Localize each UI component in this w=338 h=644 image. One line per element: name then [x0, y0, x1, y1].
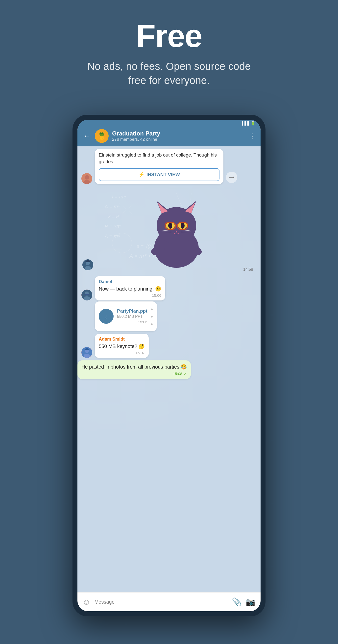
svg-rect-9	[86, 260, 89, 262]
svg-line-38	[162, 232, 171, 232]
daniel-message-meta: 15:06	[99, 293, 161, 298]
math-background: l = πr₂ A = πr² V = l³ P = 2πr A = πr² s…	[97, 186, 256, 275]
file-info: PartyPlan.ppt 550.2 MB PPT 15:06	[117, 308, 147, 324]
article-text: Einstein struggled to find a job out of …	[99, 152, 220, 165]
sticker-time: 14:58	[243, 267, 253, 272]
message-input[interactable]	[94, 596, 228, 608]
svg-marker-26	[158, 203, 168, 213]
instant-view-label: INSTANT VIEW	[146, 172, 180, 177]
group-info: Graduation Party 278 members, 42 online	[112, 130, 245, 142]
svg-point-20	[112, 233, 132, 253]
user-avatar-female	[81, 173, 92, 184]
instant-view-button[interactable]: ⚡ INSTANT VIEW	[99, 168, 220, 181]
status-bar-right: ▐▐▐ 🔋	[240, 121, 256, 126]
file-time: 15:06	[138, 320, 147, 324]
lightning-icon: ⚡	[138, 172, 144, 178]
adam-bubble: Adam Smidt 550 MB keynote? 🤔 15:07	[95, 334, 149, 358]
chat-header: ← 🍍 Graduation Party 278 members, 42 onl…	[77, 126, 261, 146]
message-row-daniel: Daniel Now — back to planning. 😉 15:06	[81, 276, 257, 300]
adam-sender-name: Adam Smidt	[99, 336, 145, 342]
group-avatar: 🍍	[95, 129, 109, 143]
svg-point-32	[181, 223, 185, 228]
avatar-daniel	[81, 290, 92, 300]
sent-message-text: He pasted in photos from all previous pa…	[81, 363, 187, 370]
avatar-placeholder	[81, 173, 92, 184]
phone-outer: ▐▐▐ 🔋 ← 🍍 Graduation Party 278 members, …	[72, 115, 266, 616]
sent-message-time: 15:08	[173, 372, 182, 376]
back-button[interactable]: ←	[82, 131, 91, 141]
svg-text:l = πr₂: l = πr₂	[112, 194, 126, 200]
svg-text:P = 2πr: P = 2πr	[105, 224, 121, 229]
daniel-message-text: Now — back to planning. 😉	[99, 285, 161, 292]
adam-message-time: 15:07	[136, 351, 145, 355]
svg-point-3	[85, 175, 89, 180]
svg-text:🍍: 🍍	[97, 132, 106, 140]
file-message-meta: 15:06	[117, 320, 147, 324]
avatar-adam	[81, 347, 92, 358]
adam-message-meta: 15:07	[99, 351, 145, 355]
svg-text:A = πr²: A = πr²	[104, 204, 120, 209]
more-options-icon[interactable]: ⋮	[249, 132, 256, 140]
adam-message-text: 550 MB keynote? 🤔	[99, 343, 145, 350]
file-size: 550.2 MB PPT	[117, 314, 147, 319]
checkmark-icon: ✓	[184, 371, 187, 376]
message-row-adam: Adam Smidt 550 MB keynote? 🤔 15:07	[81, 334, 257, 358]
group-members: 278 members, 42 online	[112, 137, 245, 142]
phone-mockup: ▐▐▐ 🔋 ← 🍍 Graduation Party 278 members, …	[72, 115, 266, 616]
hero-title: Free	[136, 20, 202, 52]
svg-marker-28	[185, 203, 195, 213]
svg-text:V = l³: V = l³	[107, 214, 119, 219]
status-bar: ▐▐▐ 🔋	[77, 120, 261, 126]
download-button[interactable]: ↓	[99, 309, 114, 324]
camera-button[interactable]: 📷	[246, 597, 256, 606]
hero-subtitle: No ads, no fees. Open source code free f…	[82, 60, 256, 88]
input-bar: ☺ 📎 📷	[77, 592, 261, 611]
hero-section: Free No ads, no fees. Open source code f…	[0, 0, 338, 102]
article-message-row: Einstein struggled to find a job out of …	[81, 149, 257, 184]
message-row-sent: He pasted in photos from all previous pa…	[77, 360, 257, 379]
svg-line-40	[181, 232, 191, 232]
sent-message-meta: 15:08 ✓	[81, 371, 187, 376]
file-name: PartyPlan.ppt	[117, 308, 147, 314]
emoji-button[interactable]: ☺	[82, 598, 91, 606]
sticker-area: l = πr₂ A = πr² V = l³ P = 2πr A = πr² s…	[77, 186, 261, 275]
daniel-sender-name: Daniel	[99, 279, 161, 284]
svg-point-31	[168, 223, 172, 228]
svg-rect-50	[86, 348, 88, 350]
battery-icon: 🔋	[251, 121, 256, 126]
forward-button[interactable]	[226, 172, 237, 183]
phone-inner: ▐▐▐ 🔋 ← 🍍 Graduation Party 278 members, …	[77, 120, 261, 611]
article-bubble: Einstein struggled to find a job out of …	[95, 149, 223, 184]
svg-text:A = πr²: A = πr²	[104, 234, 120, 239]
daniel-message-time: 15:06	[152, 293, 161, 298]
file-more-icon[interactable]: •••	[151, 306, 153, 328]
attach-button[interactable]: 📎	[232, 597, 242, 606]
daniel-bubble: Daniel Now — back to planning. 😉 15:06	[95, 276, 165, 300]
signal-icon: ▐▐▐	[240, 121, 249, 125]
chat-area: Einstein struggled to find a job out of …	[77, 146, 261, 592]
group-name: Graduation Party	[112, 130, 245, 137]
sticker-sender-avatar	[82, 259, 93, 270]
file-bubble: ↓ PartyPlan.ppt 550.2 MB PPT 15:06 •••	[95, 302, 157, 331]
message-row-file: ↓ PartyPlan.ppt 550.2 MB PPT 15:06 •••	[95, 302, 257, 331]
sent-bubble: He pasted in photos from all previous pa…	[77, 360, 191, 379]
